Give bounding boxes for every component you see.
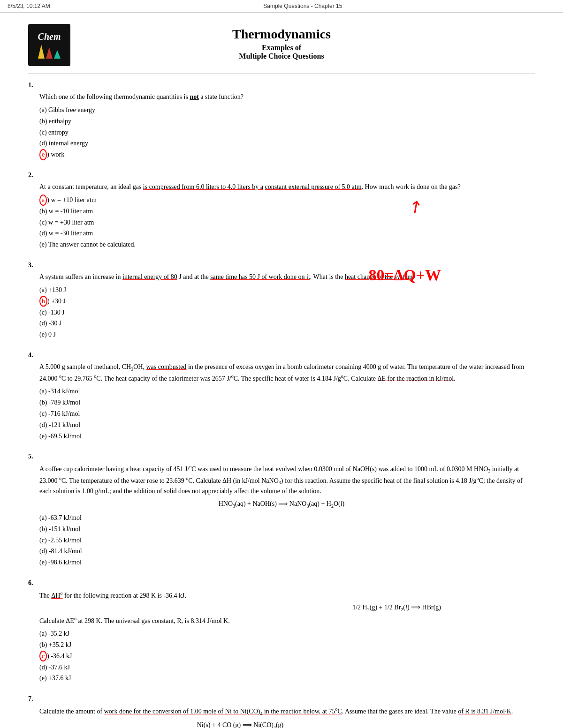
triangle-yellow	[38, 45, 45, 59]
q3-number: 3.	[28, 262, 535, 269]
q6-spacer	[39, 603, 352, 612]
q2-number: 2.	[28, 172, 535, 179]
q6-text: The ΔHo for the following reaction at 29…	[39, 590, 535, 600]
q5-opt-e: (e) -98.6 kJ/mol	[39, 557, 535, 568]
q2-underline1: is compressed from 6.0 liters to 4.0 lit…	[143, 183, 263, 190]
q7-underline2: of R is 8.31 J/mol·K	[458, 708, 511, 715]
q4-opt-d: (d) -121 kJ/mol	[39, 420, 535, 431]
q3-handwriting: 80=ΔQ+W	[368, 266, 441, 284]
q7-text: Calculate the amount of work done for th…	[39, 705, 535, 717]
q5-opt-d: (d) -81.4 kJ/mol	[39, 546, 535, 557]
q1-opt-d: (d) internal energy	[39, 138, 535, 149]
q1-opt-b: (b) enthalpy	[39, 116, 535, 127]
q5-opt-c: (c) -2.55 kJ/mol	[39, 535, 535, 546]
q1-number: 1.	[28, 82, 535, 89]
q1-not: not	[190, 93, 198, 100]
q7-equation: Ni(s) + 4 CO (g) ⟹ Ni(CO)4(g)	[39, 721, 441, 728]
browser-title: Sample Questions - Chapter 15	[263, 3, 342, 9]
question-4: 4. A 5.000 g sample of methanol, CH3OH, …	[28, 352, 535, 442]
q4-opt-c: (c) -716 kJ/mol	[39, 408, 535, 420]
q2-text: At a constant temperature, an ideal gas …	[39, 182, 535, 192]
q2-options: a) w = +10 liter atm (b) w = -10 liter a…	[39, 195, 535, 250]
q5-opt-a: (a) -63.7 kJ/mol	[39, 512, 535, 524]
q6-answer-circle: c	[39, 651, 47, 662]
logo: Chem	[28, 24, 70, 66]
q2-answer-circle: a	[39, 195, 47, 206]
q3-opt-a: (a) +130 J	[39, 285, 535, 296]
q3-underline1: internal energy of 80	[122, 273, 177, 280]
q4-opt-e: (e) -69.5 kJ/mol	[39, 431, 535, 442]
question-5: 5. A coffee cup calorimeter having a hea…	[28, 453, 535, 568]
question-1: 1. Which one of the following thermodyna…	[28, 82, 535, 160]
question-7: 7. Calculate the amount of work done for…	[28, 695, 535, 728]
q6-equation-line: 1/2 H2(g) + 1/2 Br2(l) ⟹ HBr(g)	[39, 603, 535, 612]
q7-underline1: work done for the conversion of 1.00 mol…	[104, 708, 342, 715]
q5-opt-b: (b) -151 kJ/mol	[39, 524, 535, 535]
header-divider	[28, 74, 535, 74]
q5-options: (a) -63.7 kJ/mol (b) -151 kJ/mol (c) -2.…	[39, 512, 535, 568]
q3-underline2: same time has 50 J of work done on it	[210, 273, 310, 280]
q5-text: A coffee cup calorimeter having a heat c…	[39, 463, 535, 496]
page-subtitle: Examples of Multiple Choice Questions	[70, 44, 493, 60]
q6-underline1: ΔHo	[51, 592, 62, 599]
q4-underline1: was combusted	[146, 363, 186, 370]
q2-opt-a: a) w = +10 liter atm	[39, 195, 535, 206]
q6-opt-c: c) -36.4 kJ	[39, 651, 535, 662]
q3-text: A system suffers an increase in internal…	[39, 272, 535, 282]
q6-options: (a) -35.2 kJ (b) +35.2 kJ c) -36.4 kJ (d…	[39, 628, 535, 684]
q5-number: 5.	[28, 453, 535, 460]
q1-opt-a: (a) Gibbs free energy	[39, 105, 535, 116]
q4-opt-b: (b) -789 kJ/mol	[39, 397, 535, 408]
q7-number: 7.	[28, 695, 535, 703]
q3-answer-circle: b	[39, 296, 47, 307]
q2-opt-e: (e) The answer cannot be calculated.	[39, 239, 535, 250]
q6-opt-a: (a) -35.2 kJ	[39, 628, 535, 639]
question-2: 2. At a constant temperature, an ideal g…	[28, 172, 535, 250]
q6-opt-d: (d) -37.6 kJ	[39, 662, 535, 673]
triangle-teal	[54, 50, 61, 59]
page-header: Chem Thermodynamics Examples of Multiple…	[28, 22, 535, 66]
q6-number: 6.	[28, 579, 535, 587]
q4-options: (a) -314 kJ/mol (b) -789 kJ/mol (c) -716…	[39, 386, 535, 442]
q3-opt-e: (e) 0 J	[39, 329, 535, 340]
logo-triangles	[38, 45, 61, 59]
q1-answer-circle: e	[39, 149, 47, 160]
q4-text: A 5.000 g sample of methanol, CH3OH, was…	[39, 362, 535, 383]
q6-opt-e: (e) +37.6 kJ	[39, 673, 535, 684]
q2-underline2: constant external pressure of 5.0 atm	[265, 183, 362, 190]
q1-options: (a) Gibbs free energy (b) enthalpy (c) e…	[39, 105, 535, 160]
q6-opt-b: (b) +35.2 kJ	[39, 639, 535, 651]
question-3: 3. A system suffers an increase in inter…	[28, 262, 535, 340]
browser-bar: 8/5/23, 10:12 AM Sample Questions - Chap…	[0, 0, 563, 13]
q4-underline2: ΔE for the reaction in kJ/mol	[378, 375, 454, 382]
q3-opt-b: b) +30 J	[39, 296, 535, 307]
browser-datetime: 8/5/23, 10:12 AM	[8, 3, 50, 9]
header-text: Thermodynamics Examples of Multiple Choi…	[70, 22, 493, 60]
q2-opt-d: (d) w = -30 liter atm	[39, 228, 535, 239]
q4-opt-a: (a) -314 kJ/mol	[39, 386, 535, 397]
q1-text: Which one of the following thermodynamic…	[39, 92, 535, 102]
q6-equation: 1/2 H2(g) + 1/2 Br2(l) ⟹ HBr(g)	[352, 603, 441, 612]
q4-number: 4.	[28, 352, 535, 359]
question-6: 6. The ΔHo for the following reaction at…	[28, 579, 535, 684]
q3-options: (a) +130 J b) +30 J (c) -130 J (d) -30 J…	[39, 285, 535, 340]
q2-opt-c: (c) w = +30 liter atm	[39, 217, 535, 228]
page-title: Thermodynamics	[70, 27, 493, 42]
q2-opt-b: (b) w = -10 liter atm	[39, 206, 535, 217]
q3-opt-d: (d) -30 J	[39, 318, 535, 329]
q1-opt-e: e) work	[39, 149, 535, 160]
q6-text2: Calculate ΔEo at 298 K. The universal ga…	[39, 615, 535, 626]
q3-opt-c: (c) -130 J	[39, 307, 535, 318]
logo-text: Chem	[38, 31, 61, 42]
triangle-red	[46, 47, 53, 59]
q1-opt-c: (c) entropy	[39, 127, 535, 138]
q5-equation: HNO3(aq) + NaOH(s) ⟹ NaNO3(aq) + H2O(l)	[28, 500, 535, 509]
